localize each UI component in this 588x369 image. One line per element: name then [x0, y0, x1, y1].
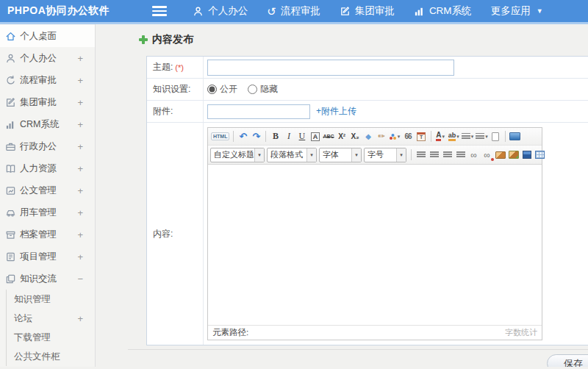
insert-table-button[interactable] — [534, 148, 546, 162]
editor-canvas[interactable] — [208, 165, 542, 325]
nav-more-apps[interactable]: 更多应用 ▼ — [481, 0, 553, 24]
custom-title-select[interactable]: 自定义标题▾ — [210, 148, 265, 162]
expand-toggle[interactable]: + — [77, 97, 95, 108]
sidebar-item-desktop[interactable]: 个人桌面 — [0, 25, 95, 47]
blank-page-icon — [492, 132, 499, 141]
date-time-button[interactable]: T — [415, 130, 428, 143]
insert-image-button[interactable] — [494, 148, 506, 162]
sidebar-item-hr[interactable]: 人力资源 + — [0, 157, 95, 179]
blockquote-button[interactable]: 66 — [402, 130, 415, 143]
align-right-button[interactable] — [441, 148, 453, 162]
autotypeset-button[interactable]: A — [309, 130, 321, 143]
sidebar-subitem-download-mgmt[interactable]: 下载管理 — [7, 328, 95, 347]
align-justify-icon — [456, 151, 465, 159]
radio-public[interactable]: 公开 — [207, 83, 237, 96]
underline-button[interactable]: U — [295, 130, 308, 143]
word-count-label[interactable]: 字数统计 — [505, 327, 537, 338]
sidebar-item-archive-mgmt[interactable]: 档案管理 + — [0, 223, 95, 246]
expand-toggle[interactable]: + — [77, 229, 95, 240]
insert-link-button[interactable]: ∞ — [467, 148, 480, 162]
sidebar-item-vehicle-mgmt[interactable]: 用车管理 + — [0, 201, 95, 223]
align-right-icon — [443, 151, 452, 159]
align-left-button[interactable] — [415, 148, 427, 162]
expand-toggle[interactable]: + — [77, 313, 95, 324]
strikethrough-button[interactable]: ABC — [322, 130, 334, 143]
list-icon — [462, 133, 470, 140]
preview-button[interactable] — [509, 130, 521, 143]
font-size-select[interactable]: 字号▾ — [364, 148, 406, 162]
highlight-color-dropdown[interactable]: ab▾ — [448, 130, 460, 143]
book-icon — [5, 163, 16, 174]
content-label: 内容: — [147, 123, 204, 345]
nav-crm[interactable]: CRM系统 — [404, 0, 481, 24]
subject-row: 主题: (*) — [147, 57, 588, 79]
sidebar-subitem-label: 知识管理 — [14, 293, 51, 306]
sidebar-subitem-label: 公共文件柜 — [14, 351, 60, 363]
font-color-dropdown[interactable]: A▾ — [434, 130, 447, 143]
radio-hidden[interactable]: 隐藏 — [248, 83, 278, 96]
sidebar-item-label: CRM系统 — [20, 118, 59, 131]
format-eraser-button[interactable]: ◆ — [362, 130, 375, 143]
expand-toggle[interactable]: + — [77, 207, 95, 218]
nav-personal-office[interactable]: 个人办公 — [183, 0, 257, 24]
align-center-button[interactable] — [428, 148, 440, 162]
attachment-input[interactable] — [207, 104, 310, 119]
expand-toggle[interactable]: + — [77, 141, 95, 152]
ordered-list-dropdown[interactable]: ▾ — [461, 130, 475, 143]
expand-toggle[interactable]: + — [77, 163, 95, 174]
sidebar-item-group-approval[interactable]: 集团审批 + — [0, 91, 95, 113]
sidebar-item-project-mgmt[interactable]: 项目管理 + — [0, 246, 95, 268]
sidebar-submenu: 知识管理 论坛 + 下载管理 公共文件柜 — [6, 290, 95, 366]
sidebar-item-personal-office[interactable]: 个人办公 + — [0, 47, 95, 69]
save-button[interactable]: 保存 — [547, 354, 588, 367]
sidebar: 个人桌面 个人办公 + 流程审批 + 集团审批 + CRM系统 + 行政办公 + — [0, 24, 96, 367]
expand-toggle[interactable]: + — [77, 75, 95, 86]
insert-media-button[interactable] — [520, 148, 533, 162]
sidebar-item-knowledge-exchange[interactable]: 知识交流 − — [0, 268, 95, 290]
expand-toggle[interactable]: + — [77, 119, 95, 130]
nav-label: 个人办公 — [208, 4, 248, 18]
snapscreen-button[interactable] — [507, 148, 520, 162]
sidebar-subitem-public-cabinet[interactable]: 公共文件柜 — [7, 347, 95, 366]
attachment-upload-link[interactable]: +附件上传 — [316, 105, 356, 118]
expand-toggle[interactable]: + — [77, 251, 95, 262]
subject-label: 主题: (*) — [147, 57, 204, 78]
sidebar-item-admin-office[interactable]: 行政办公 + — [0, 135, 95, 157]
unordered-list-dropdown[interactable]: ▾ — [475, 130, 489, 143]
nav-label: CRM系统 — [429, 4, 472, 18]
page-title-text: 内容发布 — [152, 33, 193, 46]
clear-doc-button[interactable]: ✏ — [376, 130, 388, 143]
undo-button[interactable]: ↶ — [237, 130, 249, 143]
html-source-button[interactable]: HTML — [210, 130, 230, 143]
sidebar-item-workflow-approval[interactable]: 流程审批 + — [0, 69, 95, 91]
nav-workflow-approval[interactable]: ↺ 流程审批 — [257, 0, 330, 24]
align-justify-button[interactable] — [454, 148, 467, 162]
font-family-select[interactable]: 字体▾ — [319, 148, 362, 162]
subject-input[interactable] — [207, 60, 454, 76]
expand-toggle[interactable]: + — [77, 53, 95, 64]
expand-toggle[interactable]: + — [77, 185, 95, 196]
italic-button[interactable]: I — [282, 130, 295, 143]
superscript-button[interactable]: X² — [336, 130, 348, 143]
collapse-toggle[interactable]: − — [77, 273, 95, 284]
radio-hidden-input[interactable] — [248, 85, 257, 94]
user-icon — [5, 53, 16, 64]
content-publish-form: 主题: (*) 知识设置: 公开 — [146, 56, 588, 345]
top-bar: PHPOA协同办公软件 个人办公 ↺ 流程审批 集团审批 CRM系统 更多应用 … — [0, 0, 588, 24]
sidebar-item-crm[interactable]: CRM系统 + — [0, 113, 95, 135]
hamburger-menu-icon[interactable] — [152, 6, 167, 16]
chevron-down-icon: ▾ — [351, 148, 361, 162]
paragraph-format-select[interactable]: 段落格式▾ — [267, 148, 317, 162]
sidebar-subitem-knowledge-mgmt[interactable]: 知识管理 — [7, 290, 95, 309]
subscript-button[interactable]: X₂ — [349, 130, 362, 143]
sidebar-subitem-forum[interactable]: 论坛 + — [7, 309, 95, 328]
paste-style-dropdown[interactable]: ▾ — [389, 130, 401, 143]
new-page-button[interactable] — [490, 130, 502, 143]
redo-button[interactable]: ↷ — [250, 130, 262, 143]
nav-group-approval[interactable]: 集团审批 — [330, 0, 404, 24]
bold-button[interactable]: B — [269, 130, 282, 143]
sidebar-item-document-mgmt[interactable]: 公文管理 + — [0, 179, 95, 201]
radio-public-input[interactable] — [207, 85, 217, 94]
remove-link-button[interactable]: ∞ — [481, 148, 493, 162]
attachment-label: 附件: — [147, 101, 204, 122]
